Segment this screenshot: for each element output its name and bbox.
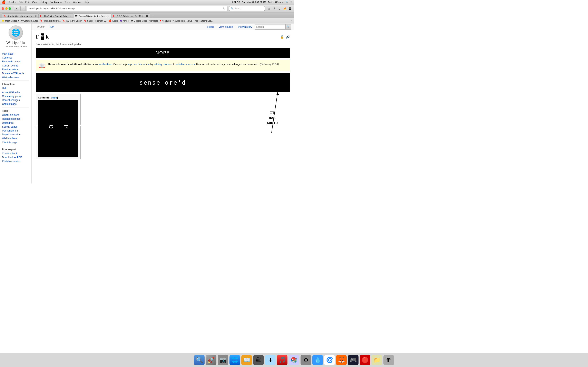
tab-close[interactable]: ✕ bbox=[146, 15, 148, 17]
sidebar-item-download-pdf[interactable]: Download as PDF bbox=[2, 156, 29, 159]
browser-chrome: ‹ › en.wikipedia.org/wiki/Fuck#Modern_us… bbox=[0, 4, 294, 24]
wiki-search-button[interactable]: 🔍 bbox=[285, 25, 291, 29]
maximize-button[interactable] bbox=[9, 7, 11, 10]
bookmark-wikipedia[interactable]: W Wikipedia bbox=[173, 20, 185, 22]
action-read[interactable]: Read bbox=[205, 24, 216, 30]
sidebar-item-printable[interactable]: Printable version bbox=[2, 159, 29, 163]
edit-menu[interactable]: Edit bbox=[25, 1, 30, 4]
bookmarks-menu[interactable]: Bookmarks bbox=[50, 1, 62, 4]
help-menu[interactable]: Help bbox=[84, 1, 89, 4]
bookmark-most-visited[interactable]: ⭐ Most Visited ▾ bbox=[2, 19, 19, 22]
sidebar-item-contents[interactable]: Contents bbox=[2, 56, 29, 60]
sidebar-item-about[interactable]: About Wikipedia bbox=[2, 91, 29, 94]
svg-marker-1 bbox=[276, 92, 279, 95]
bookmark-gmaps[interactable]: 🗺 Google Maps bbox=[131, 20, 147, 22]
sidebar-item-random[interactable]: Random article bbox=[2, 68, 29, 72]
search-icon[interactable]: 🔍 bbox=[285, 1, 288, 3]
more-bookmarks-icon[interactable]: » bbox=[291, 20, 292, 22]
overflow-icon[interactable]: ☰ bbox=[288, 6, 292, 11]
sidebar-item-community[interactable]: Community portal bbox=[2, 94, 29, 98]
tab-1[interactable]: 🔖 stop looking at my tabs –... ✕ bbox=[2, 13, 39, 18]
tab-2[interactable]: ▶ Co-Opting Santa | Rob... ✕ bbox=[39, 13, 73, 18]
history-menu[interactable]: History bbox=[40, 1, 47, 4]
citation-adding-link[interactable]: adding citations to reliable sources bbox=[154, 63, 195, 66]
bookmark-label: Getting Started bbox=[23, 20, 38, 22]
bookmark-yahoo[interactable]: Y! Yahoo! bbox=[120, 20, 129, 22]
view-menu[interactable]: View bbox=[32, 1, 37, 4]
tab-close[interactable]: ✕ bbox=[69, 15, 71, 17]
sidebar-item-featured[interactable]: Featured content bbox=[2, 60, 29, 64]
toc-hide-link[interactable]: hide bbox=[52, 96, 57, 99]
sidebar-item-recent-changes[interactable]: Recent changes bbox=[2, 98, 29, 102]
tab-close[interactable]: ✕ bbox=[35, 15, 37, 17]
bookmark-members[interactable]: Members bbox=[149, 20, 158, 22]
view-actions: Read View source View history 🔍 bbox=[205, 24, 291, 30]
bookmark-idb[interactable]: 🔖 IDB Citrix Logon bbox=[62, 19, 82, 22]
firefox-menu[interactable]: Firefox bbox=[9, 1, 17, 4]
citation-verification-link[interactable]: verification bbox=[99, 63, 112, 66]
youtube-favicon: ▶ bbox=[160, 19, 162, 22]
nope-banner: NOPE bbox=[36, 48, 290, 58]
citation-text-by: by bbox=[150, 63, 154, 66]
wiki-search-input[interactable] bbox=[255, 25, 285, 28]
address-bar[interactable]: en.wikipedia.org/wiki/Fuck#Modern_usage … bbox=[27, 6, 227, 11]
tab-talk[interactable]: Talk bbox=[47, 24, 57, 30]
sidebar-item-cite[interactable]: Cite this page bbox=[2, 141, 29, 145]
sidebar-item-what-links[interactable]: What links here bbox=[2, 113, 29, 117]
back-button[interactable]: ‹ bbox=[14, 6, 19, 11]
audio-icon[interactable]: 🔊 bbox=[286, 35, 290, 39]
bookmark-news[interactable]: News bbox=[186, 20, 192, 22]
sidebar-item-contact[interactable]: Contact page bbox=[2, 102, 29, 106]
citation-icon: 📖 bbox=[38, 62, 45, 69]
action-view-history[interactable]: View history bbox=[235, 24, 255, 30]
sidebar-item-permanent-link[interactable]: Permanent link bbox=[2, 129, 29, 133]
bookmark-getting-started[interactable]: W Getting Started bbox=[21, 20, 38, 22]
browser-search-bar[interactable]: 🔍 Search bbox=[229, 6, 265, 11]
action-view-source[interactable]: View source bbox=[216, 24, 236, 30]
home-icon[interactable]: ⌂ bbox=[277, 6, 282, 11]
close-button[interactable] bbox=[2, 7, 4, 10]
title-part1: F bbox=[36, 33, 39, 40]
bookmark-apple[interactable]: 🍎 Apple bbox=[109, 19, 118, 22]
citation-text-before: This article bbox=[48, 63, 61, 66]
refresh-icon[interactable]: ↻ bbox=[223, 7, 226, 10]
sidebar-item-current-events[interactable]: Current events bbox=[2, 64, 29, 68]
file-menu[interactable]: File bbox=[19, 1, 23, 4]
forward-button[interactable]: › bbox=[20, 6, 26, 11]
bookmark-free-pattern[interactable]: Free Pattern: Leg... bbox=[194, 20, 213, 22]
url-text: en.wikipedia.org/wiki/Fuck#Modern_usage bbox=[29, 7, 223, 10]
bookmarks-bar: ⭐ Most Visited ▾ W Getting Started 🔖 htt… bbox=[0, 18, 294, 23]
bookmark-pokemon[interactable]: 🔖 Super Pokeman 6... bbox=[84, 19, 107, 22]
tab-4[interactable]: ▶ J.R.R Tolkien, Jr., Jr. | Rob... ✕ bbox=[111, 13, 150, 18]
article-body: F*k 🔒 🔊 From Wikipedia, the free encyclo… bbox=[32, 30, 294, 164]
tools-menu[interactable]: Tools bbox=[65, 1, 70, 4]
tab-close[interactable]: ✕ bbox=[107, 15, 109, 17]
fire-icon[interactable]: 🔥 bbox=[283, 6, 287, 11]
download-icon[interactable]: ⬇ bbox=[272, 6, 277, 11]
minimize-button[interactable] bbox=[5, 7, 8, 10]
window-menu[interactable]: Window bbox=[73, 1, 81, 4]
citation-improve-link[interactable]: improve this article bbox=[128, 63, 150, 66]
memory-indicator: 1.01 GB bbox=[232, 1, 240, 3]
tab-article[interactable]: Article bbox=[35, 24, 47, 30]
apple-menu[interactable]: 🍎 bbox=[2, 0, 6, 4]
sidebar-item-donate[interactable]: Donate to Wikipedia bbox=[2, 72, 29, 75]
sidebar-item-store[interactable]: Wikipedia store bbox=[2, 75, 29, 79]
audio-text: AUDIO bbox=[267, 121, 278, 126]
sidebar-item-help[interactable]: Help bbox=[2, 86, 29, 90]
sidebar-item-main-page[interactable]: Main page bbox=[2, 52, 29, 56]
tab-label: Co-Opting Santa | Rob... bbox=[44, 15, 69, 17]
new-tab-button[interactable]: + bbox=[151, 14, 155, 18]
citation-text: This article needs additional citations … bbox=[48, 62, 279, 66]
sidebar-item-page-info[interactable]: Page information bbox=[2, 133, 29, 137]
sidebar-item-wikidata[interactable]: Wikidata item bbox=[2, 137, 29, 141]
bookmark-dickfigure[interactable]: 🔖 http://dickfigure... bbox=[40, 19, 61, 22]
sidebar-item-special-pages[interactable]: Special pages bbox=[2, 125, 29, 129]
tab-3-active[interactable]: W Fuck – Wikipedia, the free... ✕ bbox=[73, 13, 111, 18]
sidebar-item-upload[interactable]: Upload file bbox=[2, 121, 29, 125]
sidebar-item-related-changes[interactable]: Related changes bbox=[2, 117, 29, 121]
bookmark-youtube[interactable]: ▶ YouTube bbox=[160, 19, 171, 22]
bookmark-star-icon[interactable]: ☆ bbox=[267, 6, 271, 11]
menu-icon[interactable]: ☰ bbox=[290, 1, 292, 3]
sidebar-item-create-book[interactable]: Create a book bbox=[2, 152, 29, 156]
